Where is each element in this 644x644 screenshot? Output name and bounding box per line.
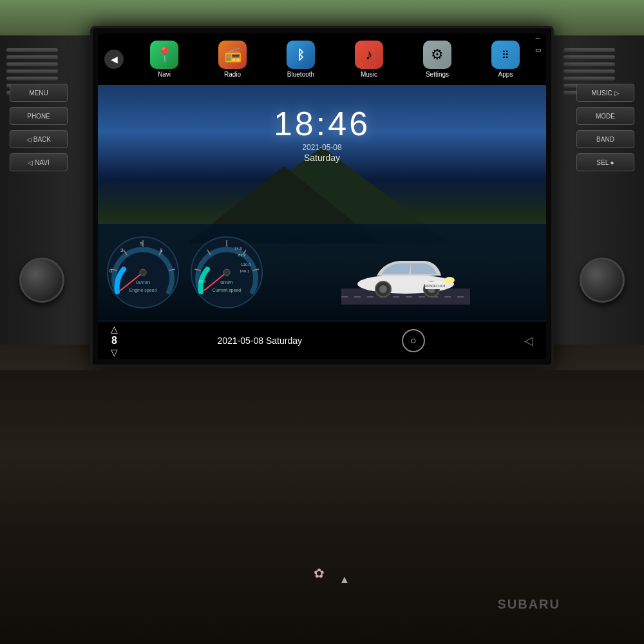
bottom-nav-bar: △ 8 ▽ 2021-05-08 Saturday ○ ◁ bbox=[98, 321, 546, 359]
nav-number: 8 bbox=[111, 335, 117, 346]
settings-label: Settings bbox=[426, 71, 449, 78]
settings-icon: ⚙ bbox=[423, 41, 451, 69]
svg-text:83.2: 83.2 bbox=[238, 253, 246, 257]
svg-point-7 bbox=[140, 269, 146, 276]
settings-app-icon[interactable]: ⚙ Settings bbox=[423, 41, 451, 78]
apps-label: Apps bbox=[498, 71, 513, 78]
music-button[interactable]: MUSIC ▷ bbox=[576, 84, 634, 102]
svg-text:MONDEO iii III: MONDEO iii III bbox=[424, 284, 446, 288]
right-control-panel: MUSIC ▷ MODE BAND SEL ● bbox=[564, 84, 634, 176]
car-image: MONDEO iii III bbox=[272, 234, 540, 311]
wallpaper: 18:46 2021-05-08 Saturday bbox=[98, 85, 546, 321]
svg-text:18.6: 18.6 bbox=[198, 279, 206, 283]
svg-text:Current speed: Current speed bbox=[213, 288, 241, 293]
left-control-panel: MENU PHONE ◁ BACK ◁ NAVI bbox=[10, 84, 80, 176]
radio-icon: 📻 bbox=[218, 41, 247, 69]
battery-icon: ▭ bbox=[535, 46, 541, 53]
main-screen: ◀ ⌒ ▭ 📍 Navi 📻 Radio ᛒ bbox=[98, 33, 546, 359]
svg-text:0r/min: 0r/min bbox=[136, 279, 150, 285]
apps-icon: ⠿ bbox=[491, 41, 520, 69]
nav-down-button[interactable]: ▽ bbox=[111, 348, 118, 357]
nav-back-button[interactable]: ◁ bbox=[524, 334, 533, 348]
svg-text:130.0: 130.0 bbox=[241, 263, 251, 267]
music-icon: ♪ bbox=[355, 41, 383, 69]
radio-label: Radio bbox=[224, 71, 241, 78]
app-icons-row: 📍 Navi 📻 Radio ᛒ Bluetooth ♪ Music bbox=[130, 41, 540, 78]
bluetooth-icon: ᛒ bbox=[287, 41, 315, 69]
date-display: 2021-05-08 bbox=[98, 143, 546, 152]
right-volume-knob[interactable] bbox=[580, 258, 625, 303]
nav-date-display: 2021-05-08 Saturday bbox=[217, 336, 302, 346]
svg-text:74.8: 74.8 bbox=[234, 247, 242, 251]
day-display: Saturday bbox=[98, 153, 546, 163]
svg-point-33 bbox=[379, 285, 387, 293]
mode-button[interactable]: MODE bbox=[576, 107, 634, 125]
svg-text:3: 3 bbox=[120, 247, 124, 253]
car-interior: MENU PHONE ◁ BACK ◁ NAVI MUSIC ▷ MODE BA… bbox=[0, 0, 644, 644]
navi-app-icon[interactable]: 📍 Navi bbox=[150, 41, 178, 78]
svg-point-36 bbox=[444, 277, 455, 283]
svg-text:5: 5 bbox=[140, 241, 143, 247]
sel-button[interactable]: SEL ● bbox=[576, 153, 634, 171]
phone-button[interactable]: PHONE bbox=[10, 107, 68, 125]
nav-up-button[interactable]: △ bbox=[111, 325, 118, 334]
engine-speed-gauge: 5 3 0 8 0r/min Engine speed bbox=[104, 234, 182, 311]
back-button[interactable]: ◁ BACK bbox=[10, 130, 68, 148]
band-button[interactable]: BAND bbox=[576, 130, 634, 148]
subaru-logo: SUBARU bbox=[497, 597, 560, 612]
screen-back-button[interactable]: ◀ bbox=[104, 50, 124, 69]
svg-text:Engine speed: Engine speed bbox=[129, 288, 157, 293]
screen-bezel: ◀ ⌒ ▭ 📍 Navi 📻 Radio ᛒ bbox=[90, 26, 554, 367]
lower-dashboard: MP3/WMA [====] 6 CD CHANGER GX-394SE 25.… bbox=[0, 370, 644, 644]
speed-gauge: 74.8 83.2 18.6 130.0 149.1 0mi/h Current… bbox=[188, 234, 265, 311]
bluetooth-app-icon[interactable]: ᛒ Bluetooth bbox=[287, 41, 315, 78]
navi-button[interactable]: ◁ NAVI bbox=[10, 153, 68, 171]
time-display: 18:46 bbox=[98, 104, 546, 143]
navi-label: Navi bbox=[158, 71, 171, 78]
music-app-icon[interactable]: ♪ Music bbox=[355, 41, 383, 78]
speed-gauge-svg: 74.8 83.2 18.6 130.0 149.1 0mi/h Current… bbox=[188, 234, 265, 311]
gauge-section: 5 3 0 8 0r/min Engine speed bbox=[98, 224, 546, 321]
music-label: Music bbox=[361, 71, 377, 78]
apps-app-icon[interactable]: ⠿ Apps bbox=[491, 41, 520, 78]
svg-text:8: 8 bbox=[160, 247, 163, 253]
engine-gauge-svg: 5 3 0 8 0r/min Engine speed bbox=[104, 234, 182, 311]
left-volume-knob[interactable] bbox=[19, 258, 64, 303]
car-svg: MONDEO iii III bbox=[341, 240, 470, 305]
app-bar: ◀ ⌒ ▭ 📍 Navi 📻 Radio ᛒ bbox=[98, 33, 546, 85]
bluetooth-label: Bluetooth bbox=[287, 71, 314, 78]
fan-up-button[interactable]: ▲ bbox=[335, 573, 354, 586]
svg-text:0mi/h: 0mi/h bbox=[220, 279, 233, 285]
status-icons: ⌒ ▭ bbox=[535, 37, 541, 53]
nav-up-down-controls: △ 8 ▽ bbox=[111, 325, 118, 357]
menu-button[interactable]: MENU bbox=[10, 84, 68, 102]
svg-text:0: 0 bbox=[109, 268, 113, 274]
svg-point-26 bbox=[223, 269, 230, 276]
radio-app-icon[interactable]: 📻 Radio bbox=[218, 41, 247, 78]
svg-text:149.1: 149.1 bbox=[240, 269, 250, 273]
nav-home-button[interactable]: ○ bbox=[402, 329, 425, 352]
wifi-icon: ⌒ bbox=[535, 37, 541, 46]
fan-icon[interactable]: ✿ bbox=[309, 564, 328, 583]
navi-icon: 📍 bbox=[150, 41, 178, 69]
